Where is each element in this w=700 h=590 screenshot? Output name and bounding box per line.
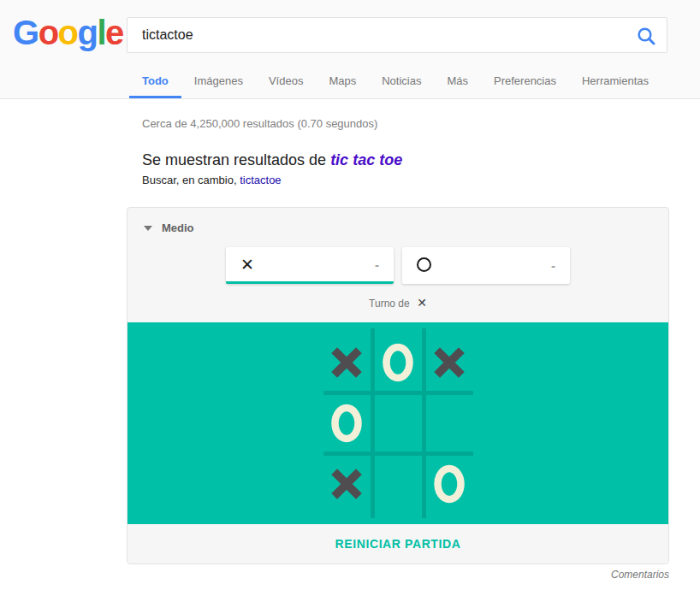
grid-line: [422, 328, 426, 518]
difficulty-dropdown[interactable]: Medio: [128, 208, 222, 234]
feedback-line: Comentarios: [127, 569, 669, 581]
feedback-link[interactable]: Comentarios: [611, 569, 669, 581]
google-logo[interactable]: Google: [13, 14, 123, 52]
tictactoe-widget: Medio ✕ - - Turno de ✕: [127, 207, 669, 564]
turn-player-icon: ✕: [417, 296, 427, 310]
logo-letter: g: [78, 14, 98, 51]
board-cell[interactable]: [323, 334, 371, 391]
search-icon: [636, 36, 656, 49]
board-grid: [323, 334, 473, 512]
board-cell[interactable]: [375, 334, 422, 391]
grid-line: [371, 328, 375, 518]
logo-letter: e: [105, 14, 123, 51]
tab-videos[interactable]: Vídeos: [269, 74, 303, 98]
tab-maps[interactable]: Maps: [329, 74, 356, 98]
o-player-icon: [417, 257, 431, 274]
original-query-link[interactable]: tictactoe: [240, 174, 281, 186]
score-card-x: ✕ -: [226, 247, 394, 284]
game-board: [128, 322, 668, 524]
search-instead-line: Buscar, en cambio, tictactoe: [142, 174, 700, 186]
board-cell[interactable]: [426, 334, 473, 391]
tab-herramientas[interactable]: Herramientas: [582, 74, 649, 98]
o-score-value: -: [551, 259, 555, 272]
board-cell[interactable]: [323, 395, 371, 451]
tab-preferencias[interactable]: Preferencias: [494, 74, 556, 98]
restart-game-button[interactable]: REINICIAR PARTIDA: [128, 524, 668, 563]
difficulty-label: Medio: [162, 221, 194, 234]
result-stats: Cerca de 4,250,000 resultados (0.70 segu…: [142, 99, 700, 130]
board-cell[interactable]: [323, 456, 371, 512]
board-cell[interactable]: [426, 395, 473, 451]
board-cell[interactable]: [426, 456, 473, 512]
x-score-value: -: [375, 258, 379, 271]
logo-letter: o: [58, 14, 78, 51]
tab-noticias[interactable]: Noticias: [382, 74, 421, 98]
logo-letter: G: [13, 14, 39, 51]
grid-line: [323, 391, 473, 395]
instead-prefix: Buscar, en cambio,: [142, 174, 240, 186]
tab-todo[interactable]: Todo: [129, 74, 181, 98]
logo-letter: l: [97, 14, 105, 51]
corrected-query-link[interactable]: tic tac toe: [330, 151, 402, 168]
chevron-down-icon: [144, 226, 152, 231]
turn-indicator: Turno de ✕: [128, 295, 668, 322]
search-button[interactable]: [636, 26, 656, 46]
score-card-o: -: [402, 247, 570, 284]
logo-letter: o: [39, 14, 58, 51]
search-box: [127, 17, 667, 53]
search-input[interactable]: [128, 18, 667, 52]
search-header: Google Todo Imágenes Vídeos Maps Noticia…: [0, 0, 700, 99]
tab-imagenes[interactable]: Imágenes: [194, 74, 243, 98]
x-player-icon: ✕: [240, 257, 254, 273]
score-row: ✕ - -: [128, 247, 668, 284]
tab-mas[interactable]: Más: [447, 74, 468, 98]
showing-results-line: Se muestran resultados de tic tac toe: [142, 151, 700, 169]
grid-line: [323, 451, 473, 456]
search-tabs: Todo Imágenes Vídeos Maps Noticias Más P…: [142, 74, 649, 98]
showing-prefix: Se muestran resultados de: [142, 151, 330, 168]
results-main: Cerca de 4,250,000 resultados (0.70 segu…: [0, 99, 700, 581]
turn-prefix: Turno de: [369, 298, 410, 310]
board-cell[interactable]: [375, 456, 422, 512]
board-cell[interactable]: [375, 395, 422, 451]
